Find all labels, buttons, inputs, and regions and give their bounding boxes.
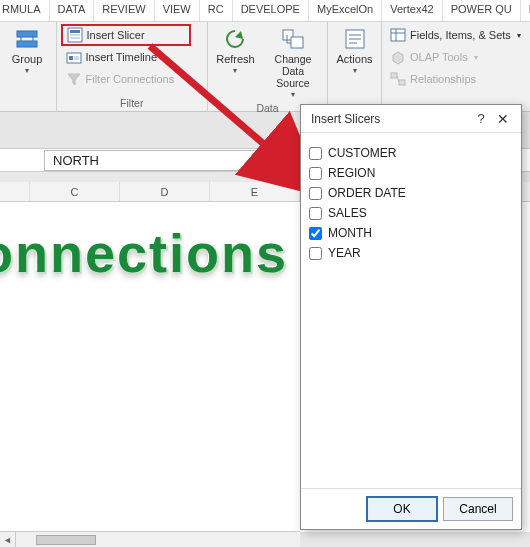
field-label: MONTH: [328, 226, 372, 240]
filter-icon: [66, 71, 82, 87]
ribbon: Group ▾ Insert Slicer Insert Timeline: [0, 22, 530, 112]
checkbox-month[interactable]: [309, 227, 322, 240]
svg-rect-3: [70, 30, 80, 33]
field-checkbox-region[interactable]: REGION: [309, 163, 513, 183]
relationships-button: Relationships: [386, 68, 526, 90]
field-label: SALES: [328, 206, 367, 220]
field-label: ORDER DATE: [328, 186, 406, 200]
filter-connections-label: Filter Connections: [86, 73, 175, 85]
filter-group-label: Filter: [61, 97, 204, 110]
col-c[interactable]: C: [30, 182, 120, 201]
caret-icon: ▾: [233, 66, 237, 75]
tab-formula[interactable]: RMULA: [0, 0, 50, 21]
svg-rect-4: [70, 34, 80, 36]
filter-connections-button: Filter Connections: [61, 68, 191, 90]
svg-rect-7: [69, 56, 73, 60]
tab-powerquery[interactable]: POWER QU: [443, 0, 521, 21]
svg-rect-1: [17, 41, 37, 47]
caret-icon: ▾: [291, 90, 295, 99]
refresh-icon: [223, 27, 247, 51]
insert-slicer-button[interactable]: Insert Slicer: [61, 24, 191, 46]
active-cell-value[interactable]: NORTH: [44, 150, 284, 171]
slicer-icon: [67, 27, 83, 43]
tab-view[interactable]: VIEW: [155, 0, 200, 21]
caret-icon: ▾: [517, 31, 521, 40]
field-checkbox-orderdate[interactable]: ORDER DATE: [309, 183, 513, 203]
actions-icon: [343, 27, 367, 51]
cancel-button[interactable]: Cancel: [443, 497, 513, 521]
tab-powerpivot[interactable]: POWERPIV: [521, 0, 530, 21]
field-checkbox-sales[interactable]: SALES: [309, 203, 513, 223]
group-icon: [15, 27, 39, 51]
insert-timeline-label: Insert Timeline: [86, 51, 158, 63]
field-label: CUSTOMER: [328, 146, 396, 160]
insert-slicers-dialog: Insert Slicers ? ✕ CUSTOMER REGION ORDER…: [300, 104, 522, 530]
checkbox-region[interactable]: [309, 167, 322, 180]
tab-vertex42[interactable]: Vertex42: [382, 0, 442, 21]
scroll-left-icon[interactable]: ◄: [0, 532, 16, 548]
insert-slicer-label: Insert Slicer: [87, 29, 145, 41]
change-source-label: Change Data Source: [264, 53, 322, 89]
group-label: Group: [12, 53, 43, 65]
tab-developer[interactable]: DEVELOPE: [233, 0, 309, 21]
checkbox-orderdate[interactable]: [309, 187, 322, 200]
timeline-icon: [66, 49, 82, 65]
dialog-title: Insert Slicers: [311, 112, 380, 126]
change-data-source-button[interactable]: Change Data Source ▾: [263, 24, 323, 102]
actions-button[interactable]: Actions ▾: [332, 24, 377, 97]
checkbox-sales[interactable]: [309, 207, 322, 220]
refresh-button[interactable]: Refresh ▾: [212, 24, 259, 102]
ribbon-tabs: RMULA DATA REVIEW VIEW RC DEVELOPE MyExc…: [0, 0, 530, 22]
svg-rect-13: [391, 73, 397, 78]
field-checkbox-customer[interactable]: CUSTOMER: [309, 143, 513, 163]
relationships-icon: [390, 71, 406, 87]
fields-icon: [390, 27, 406, 43]
field-checkbox-month[interactable]: MONTH: [309, 223, 513, 243]
actions-label: Actions: [336, 53, 372, 65]
caret-icon: ▾: [353, 66, 357, 75]
svg-rect-14: [399, 80, 405, 85]
field-label: REGION: [328, 166, 375, 180]
field-label: YEAR: [328, 246, 361, 260]
svg-rect-8: [74, 56, 79, 60]
fields-label: Fields, Items, & Sets: [410, 29, 511, 41]
group-button[interactable]: Group ▾: [4, 24, 50, 97]
caret-icon: ▾: [474, 53, 478, 62]
ribbon-group-filter: Insert Slicer Insert Timeline Filter Con…: [57, 22, 209, 111]
caret-icon: ▾: [25, 66, 29, 75]
checkbox-year[interactable]: [309, 247, 322, 260]
col-e[interactable]: E: [210, 182, 300, 201]
svg-rect-12: [391, 29, 405, 41]
dialog-footer: OK Cancel: [301, 489, 521, 529]
field-checkbox-year[interactable]: YEAR: [309, 243, 513, 263]
relationships-label: Relationships: [410, 73, 476, 85]
svg-rect-0: [17, 31, 37, 37]
ribbon-group-group: Group ▾: [0, 22, 57, 111]
dialog-body: CUSTOMER REGION ORDER DATE SALES MONTH Y…: [301, 133, 521, 489]
horizontal-scrollbar[interactable]: ◄: [0, 531, 300, 547]
tab-rc[interactable]: RC: [200, 0, 233, 21]
tab-review[interactable]: REVIEW: [94, 0, 154, 21]
dialog-close-button[interactable]: ✕: [491, 111, 515, 127]
ok-button[interactable]: OK: [367, 497, 437, 521]
refresh-label: Refresh: [216, 53, 255, 65]
olap-icon: [390, 49, 406, 65]
dialog-help-button[interactable]: ?: [471, 111, 491, 126]
ribbon-group-actions: Actions ▾: [328, 22, 382, 111]
svg-rect-5: [70, 37, 80, 39]
ribbon-group-data: Refresh ▾ Change Data Source ▾ Data: [208, 22, 328, 111]
tab-myexcelon[interactable]: MyExcelOn: [309, 0, 382, 21]
col-d[interactable]: D: [120, 182, 210, 201]
fields-items-sets-button[interactable]: Fields, Items, & Sets ▾: [386, 24, 526, 46]
tab-data[interactable]: DATA: [50, 0, 95, 21]
ribbon-group-calculations: Fields, Items, & Sets ▾ OLAP Tools ▾ Rel…: [382, 22, 530, 111]
change-source-icon: [281, 27, 305, 51]
svg-rect-10: [291, 37, 303, 48]
olap-tools-button: OLAP Tools ▾: [386, 46, 526, 68]
wordart-text: onnections: [0, 222, 288, 284]
olap-label: OLAP Tools: [410, 51, 468, 63]
scroll-thumb[interactable]: [36, 535, 96, 545]
checkbox-customer[interactable]: [309, 147, 322, 160]
dialog-titlebar[interactable]: Insert Slicers ? ✕: [301, 105, 521, 133]
insert-timeline-button[interactable]: Insert Timeline: [61, 46, 191, 68]
